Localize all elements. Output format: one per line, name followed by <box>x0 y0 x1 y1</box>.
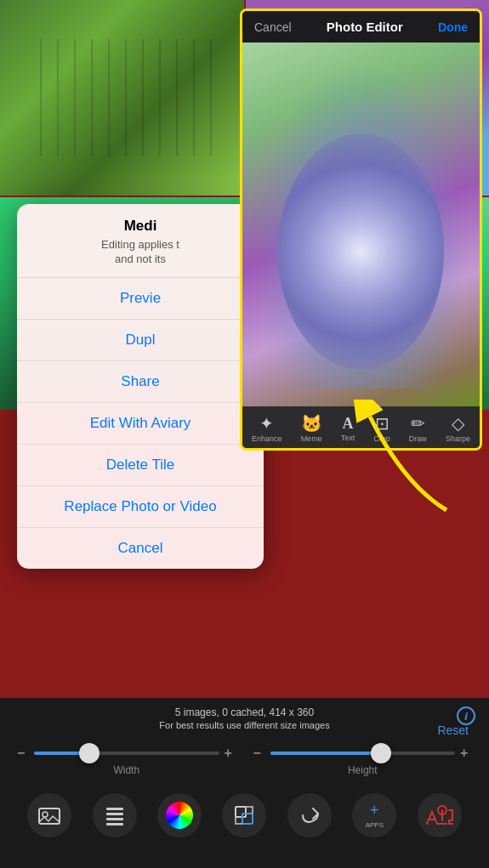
tool-enhance[interactable]: ✦ Enhance <box>252 415 282 443</box>
editor-done-button[interactable]: Done <box>438 20 468 34</box>
sharpen-icon: ◇ <box>452 415 464 432</box>
photo-leaf <box>0 0 244 196</box>
action-sheet-cancel[interactable]: Cancel <box>17 528 264 569</box>
width-slider-controls: − + <box>17 746 236 761</box>
bottom-info-line2: For best results use different size imag… <box>159 720 329 730</box>
width-slider-thumb[interactable] <box>79 743 100 763</box>
enhance-icon: ✦ <box>259 415 274 432</box>
bottom-info-line1: 5 images, 0 cached, 414 x 360 <box>159 706 329 718</box>
bottom-info-row: 5 images, 0 cached, 414 x 360 For best r… <box>0 706 489 730</box>
editor-cancel-button[interactable]: Cancel <box>254 20 292 34</box>
photo-editor-header: Cancel Photo Editor Done <box>242 11 480 43</box>
action-sheet-subtitle: Editing applies t and not its <box>34 238 247 267</box>
svg-rect-1 <box>39 808 60 824</box>
bottom-tools-row: + APPS <box>0 785 489 837</box>
width-slider-group: − + Width <box>17 746 236 776</box>
sliders-row: − + Width − + Height <box>0 737 489 785</box>
editor-photo <box>242 43 480 406</box>
photos-button[interactable] <box>27 793 71 837</box>
draw-icon: ✏ <box>411 415 425 432</box>
action-sheet-title: Medi <box>34 218 247 235</box>
ail-button[interactable] <box>418 793 462 837</box>
crop-icon: ⊡ <box>375 415 389 432</box>
apps-button[interactable]: + APPS <box>352 793 396 837</box>
action-sheet: Medi Editing applies t and not its Previ… <box>17 204 264 569</box>
svg-point-2 <box>43 812 48 817</box>
svg-rect-4 <box>106 813 123 815</box>
height-slider-group: − + Height <box>253 746 473 776</box>
height-minus-button[interactable]: − <box>253 746 265 761</box>
width-plus-button[interactable]: + <box>225 746 236 761</box>
tool-draw[interactable]: ✏ Draw <box>409 415 427 443</box>
action-sheet-header: Medi Editing applies t and not its <box>17 204 264 278</box>
svg-rect-6 <box>106 823 123 825</box>
transform-button[interactable] <box>222 793 266 837</box>
apps-icon: + APPS <box>366 802 384 829</box>
tool-meme[interactable]: 🐱 Meme <box>301 415 322 443</box>
action-sheet-preview[interactable]: Previe <box>17 278 264 320</box>
svg-rect-5 <box>106 818 123 820</box>
photos-icon <box>37 803 61 827</box>
width-minus-button[interactable]: − <box>17 746 29 761</box>
redo-button[interactable] <box>287 793 332 837</box>
editor-photo-area <box>242 43 480 406</box>
height-slider-track[interactable] <box>270 752 456 755</box>
sharpen-label: Sharpe <box>446 434 470 443</box>
tool-sharpen[interactable]: ◇ Sharpe <box>446 415 470 443</box>
bottom-info-text: 5 images, 0 cached, 414 x 360 For best r… <box>159 706 329 730</box>
height-label: Height <box>253 764 473 776</box>
transform-icon <box>232 803 256 827</box>
enhance-label: Enhance <box>252 434 282 443</box>
ail-icon <box>425 803 454 827</box>
action-sheet-replace-photo[interactable]: Replace Photo or Video <box>17 486 264 528</box>
svg-rect-7 <box>236 807 246 817</box>
height-slider-thumb[interactable] <box>371 743 391 763</box>
info-icon[interactable]: i <box>457 706 475 725</box>
editor-flower <box>278 133 444 370</box>
width-label: Width <box>17 764 236 776</box>
meme-icon: 🐱 <box>301 415 322 432</box>
photo-editor-panel: Cancel Photo Editor Done ✦ Enhance 🐱 Mem… <box>240 9 482 451</box>
height-slider-fill <box>270 752 382 755</box>
draw-label: Draw <box>409 434 427 443</box>
svg-rect-8 <box>242 814 253 824</box>
height-plus-button[interactable]: + <box>460 746 472 761</box>
action-sheet-edit-aviary[interactable]: Edit With Aviary <box>17 403 264 445</box>
action-sheet-delete-tile[interactable]: Delete Tile <box>17 445 264 486</box>
crop-label: Crop <box>373 434 390 443</box>
action-sheet-duplicate[interactable]: Dupl <box>17 320 264 361</box>
text-label: Text <box>341 434 355 442</box>
text-icon: A <box>342 416 353 431</box>
bottom-bar: 5 images, 0 cached, 414 x 360 For best r… <box>0 698 489 868</box>
list-icon <box>103 803 127 827</box>
tool-crop[interactable]: ⊡ Crop <box>373 415 390 443</box>
color-wheel-icon <box>166 802 193 829</box>
meme-label: Meme <box>301 434 322 443</box>
color-button[interactable] <box>157 793 202 837</box>
tool-text[interactable]: A Text <box>341 416 355 442</box>
list-button[interactable] <box>93 793 137 837</box>
action-sheet-share[interactable]: Share <box>17 361 264 403</box>
editor-toolbar: ✦ Enhance 🐱 Meme A Text ⊡ Crop ✏ Draw ◇ … <box>242 406 480 448</box>
svg-rect-3 <box>106 808 123 810</box>
height-slider-controls: − + <box>253 746 473 761</box>
editor-title: Photo Editor <box>327 20 403 34</box>
redo-icon <box>298 803 321 827</box>
width-slider-track[interactable] <box>34 752 219 755</box>
